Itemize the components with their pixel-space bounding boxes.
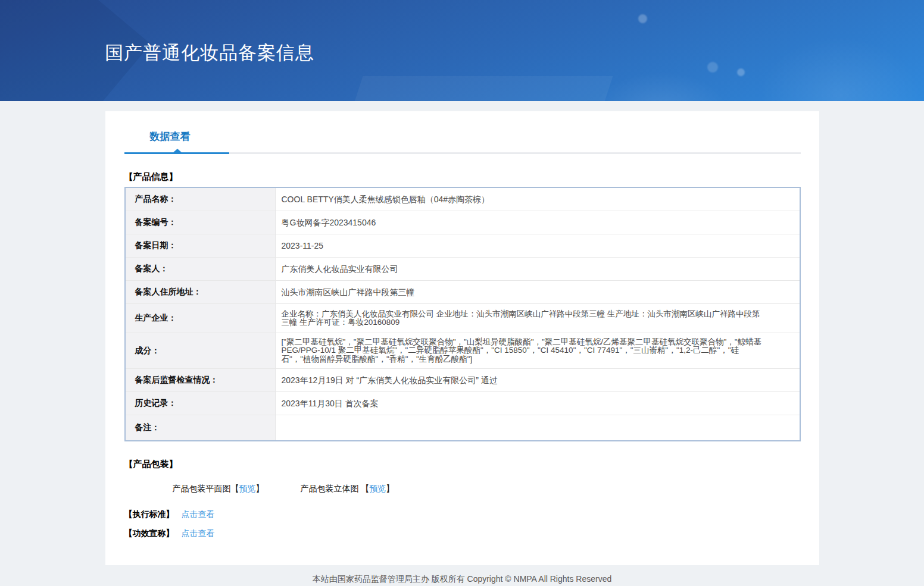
executive-standard-row: 【执行标准】点击查看 — [124, 509, 801, 520]
section-title-product-info: 【产品信息】 — [124, 171, 801, 183]
info-row-manufacturer: 生产企业： 企业名称：广东俏美人化妆品实业有限公司 企业地址：汕头市潮南区峡山广… — [126, 304, 800, 333]
info-row-product-name: 产品名称： COOL BETTY俏美人柔焦绒感锁色唇釉（04#赤陶茶棕） — [126, 188, 800, 211]
tab-data-view[interactable]: 数据查看 — [150, 130, 191, 152]
efficacy-claim-view-link[interactable]: 点击查看 — [182, 528, 215, 538]
header-decoration-dot — [707, 62, 718, 73]
row-value: 企业名称：广东俏美人化妆品实业有限公司 企业地址：汕头市潮南区峡山广祥路中段第三… — [276, 304, 800, 333]
efficacy-claim-title: 【功效宣称】 — [124, 528, 174, 538]
row-label: 备案人住所地址： — [126, 281, 276, 303]
packaging-links-row: 产品包装平面图【预览】 产品包装立体图 【预览】 — [173, 484, 801, 494]
info-row-remarks: 备注： — [126, 415, 800, 440]
section-title-packaging: 【产品包装】 — [124, 459, 801, 470]
row-value: 粤G妆网备字2023415046 — [276, 211, 800, 234]
bracket-close: 】 — [386, 484, 394, 493]
packaging-flat-item: 产品包装平面图【预览】 — [173, 484, 264, 494]
row-label: 产品名称： — [126, 188, 276, 211]
info-row-registrant-address: 备案人住所地址： 汕头市潮南区峡山广祥路中段第三幢 — [126, 281, 800, 304]
page-header: 国产普通化妆品备案信息 — [0, 0, 924, 101]
executive-standard-title: 【执行标准】 — [124, 509, 174, 519]
page-title: 国产普通化妆品备案信息 — [105, 40, 314, 65]
bracket-open: 【 — [231, 484, 239, 493]
row-label: 备案编号： — [126, 211, 276, 234]
packaging-stereo-preview-link[interactable]: 预览 — [369, 484, 386, 493]
row-value: COOL BETTY俏美人柔焦绒感锁色唇釉（04#赤陶茶棕） — [276, 188, 800, 211]
info-row-history: 历史记录： 2023年11月30日 首次备案 — [126, 392, 800, 415]
info-row-registration-number: 备案编号： 粤G妆网备字2023415046 — [126, 211, 800, 234]
row-label: 生产企业： — [126, 304, 276, 333]
header-decoration-dot — [638, 14, 647, 23]
row-value: 2023年12月19日 对 “广东俏美人化妆品实业有限公司” 通过 — [276, 369, 800, 391]
row-value — [276, 415, 800, 440]
tab-underline-track — [124, 152, 801, 154]
product-info-table: 产品名称： COOL BETTY俏美人柔焦绒感锁色唇釉（04#赤陶茶棕） 备案编… — [124, 187, 801, 441]
header-decoration-band — [340, 76, 613, 101]
row-value: ["聚二甲基硅氧烷"，"聚二甲基硅氧烷交联聚合物"，"山梨坦异硬脂酸酯"，"聚二… — [276, 333, 800, 368]
row-label: 成分： — [126, 333, 276, 368]
packaging-flat-label: 产品包装平面图 — [173, 484, 231, 493]
header-decoration-glow — [572, 59, 750, 101]
row-value: 汕头市潮南区峡山广祥路中段第三幢 — [276, 281, 800, 303]
row-label: 历史记录： — [126, 392, 276, 415]
row-label: 备注： — [126, 415, 276, 440]
tab-caret-icon — [173, 149, 182, 153]
executive-standard-view-link[interactable]: 点击查看 — [182, 509, 215, 519]
row-value: 广东俏美人化妆品实业有限公司 — [276, 258, 800, 280]
footer-copyright: 本站由国家药品监督管理局主办 版权所有 Copyright © NMPA All… — [0, 574, 924, 585]
packaging-flat-preview-link[interactable]: 预览 — [239, 484, 256, 493]
info-row-registrant: 备案人： 广东俏美人化妆品实业有限公司 — [126, 258, 800, 281]
content-card: 数据查看 【产品信息】 产品名称： COOL BETTY俏美人柔焦绒感锁色唇釉（… — [105, 111, 819, 565]
row-value: 2023-11-25 — [276, 234, 800, 257]
bracket-close: 】 — [256, 484, 264, 493]
info-row-ingredients: 成分： ["聚二甲基硅氧烷"，"聚二甲基硅氧烷交联聚合物"，"山梨坦异硬脂酸酯"… — [126, 333, 800, 369]
row-label: 备案后监督检查情况： — [126, 369, 276, 391]
row-value: 2023年11月30日 首次备案 — [276, 392, 800, 415]
efficacy-claim-row: 【功效宣称】点击查看 — [124, 528, 801, 539]
info-row-registration-date: 备案日期： 2023-11-25 — [126, 234, 800, 258]
info-row-supervision-check: 备案后监督检查情况： 2023年12月19日 对 “广东俏美人化妆品实业有限公司… — [126, 369, 800, 392]
tab-bar: 数据查看 — [124, 130, 801, 154]
packaging-stereo-label: 产品包装立体图 — [300, 484, 361, 493]
packaging-stereo-item: 产品包装立体图 【预览】 — [300, 484, 394, 494]
row-label: 备案人： — [126, 258, 276, 280]
header-decoration-dot — [737, 68, 745, 76]
bracket-open: 【 — [361, 484, 369, 493]
header-decoration-glow — [732, 18, 924, 101]
row-label: 备案日期： — [126, 234, 276, 257]
